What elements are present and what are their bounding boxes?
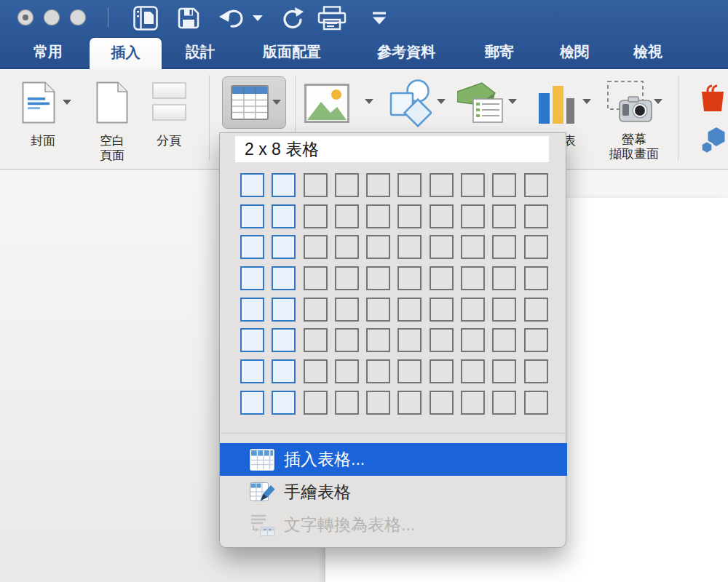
grid-cell[interactable] <box>335 328 359 352</box>
smartart-button[interactable] <box>457 81 504 127</box>
tab-mailings[interactable]: 郵寄 <box>485 36 514 68</box>
grid-cell[interactable] <box>272 328 296 352</box>
menu-item-draw-table[interactable]: 手繪表格 <box>220 476 567 509</box>
grid-cell[interactable] <box>397 391 422 415</box>
grid-cell[interactable] <box>524 359 548 383</box>
grid-cell[interactable] <box>366 391 390 415</box>
grid-cell[interactable] <box>240 235 264 259</box>
page-break-button[interactable] <box>152 82 186 124</box>
chart-caret-icon[interactable] <box>582 99 591 104</box>
tab-references[interactable]: 參考資料 <box>377 36 435 68</box>
grid-cell[interactable] <box>524 298 548 322</box>
grid-cell[interactable] <box>335 204 359 228</box>
blank-page-button[interactable] <box>96 81 128 127</box>
grid-cell[interactable] <box>461 391 485 415</box>
grid-cell[interactable] <box>492 173 516 197</box>
grid-cell[interactable] <box>430 328 454 352</box>
grid-cell[interactable] <box>492 266 516 290</box>
grid-cell[interactable] <box>492 391 516 415</box>
tab-insert[interactable]: 插入 <box>90 38 162 69</box>
undo-menu-button[interactable] <box>252 0 264 36</box>
grid-cell[interactable] <box>461 173 485 197</box>
grid-cell[interactable] <box>366 298 390 322</box>
grid-cell[interactable] <box>461 328 485 352</box>
chart-button[interactable] <box>537 84 578 128</box>
grid-cell[interactable] <box>272 391 296 415</box>
tab-review[interactable]: 檢閱 <box>560 36 589 68</box>
shapes-caret-icon[interactable] <box>437 99 446 104</box>
grid-cell[interactable] <box>304 328 328 352</box>
tab-view[interactable]: 檢視 <box>633 36 662 68</box>
grid-cell[interactable] <box>335 173 359 197</box>
table-button[interactable] <box>222 76 286 129</box>
grid-cell[interactable] <box>240 266 264 290</box>
grid-cell[interactable] <box>366 328 390 352</box>
grid-cell[interactable] <box>461 266 485 290</box>
save-button[interactable] <box>177 0 200 36</box>
grid-cell[interactable] <box>366 235 390 259</box>
addins-button[interactable] <box>699 127 727 159</box>
grid-cell[interactable] <box>397 235 422 259</box>
grid-cell[interactable] <box>430 391 454 415</box>
pictures-caret-icon[interactable] <box>365 99 373 104</box>
pictures-button[interactable] <box>304 84 349 126</box>
grid-cell[interactable] <box>430 266 454 290</box>
grid-cell[interactable] <box>430 173 454 197</box>
redo-button[interactable] <box>280 0 304 36</box>
grid-cell[interactable] <box>272 359 296 383</box>
store-button[interactable] <box>700 84 725 116</box>
grid-cell[interactable] <box>461 204 485 228</box>
grid-cell[interactable] <box>272 204 296 228</box>
grid-cell[interactable] <box>240 391 264 415</box>
grid-cell[interactable] <box>335 298 359 322</box>
grid-cell[interactable] <box>461 298 485 322</box>
grid-cell[interactable] <box>304 235 328 259</box>
grid-cell[interactable] <box>461 235 485 259</box>
grid-cell[interactable] <box>304 173 328 197</box>
tab-layout[interactable]: 版面配置 <box>263 36 321 68</box>
grid-cell[interactable] <box>304 266 328 290</box>
grid-cell[interactable] <box>272 173 296 197</box>
grid-cell[interactable] <box>430 204 454 228</box>
grid-cell[interactable] <box>524 173 548 197</box>
grid-cell[interactable] <box>397 204 422 228</box>
grid-cell[interactable] <box>304 204 328 228</box>
grid-cell[interactable] <box>240 298 264 322</box>
smartart-caret-icon[interactable] <box>508 99 517 104</box>
grid-cell[interactable] <box>240 173 264 197</box>
tab-home[interactable]: 常用 <box>33 36 63 68</box>
tab-design[interactable]: 設計 <box>186 36 215 68</box>
cover-page-button[interactable] <box>22 81 55 127</box>
grid-cell[interactable] <box>524 204 548 228</box>
grid-cell[interactable] <box>272 235 296 259</box>
grid-cell[interactable] <box>492 298 516 322</box>
grid-cell[interactable] <box>304 298 328 322</box>
grid-cell[interactable] <box>461 359 485 383</box>
grid-cell[interactable] <box>492 328 516 352</box>
grid-cell[interactable] <box>335 359 359 383</box>
grid-cell[interactable] <box>335 391 359 415</box>
grid-cell[interactable] <box>335 266 359 290</box>
zoom-button[interactable] <box>70 9 86 25</box>
grid-cell[interactable] <box>272 266 296 290</box>
grid-cell[interactable] <box>366 173 390 197</box>
grid-cell[interactable] <box>335 235 359 259</box>
grid-cell[interactable] <box>366 359 390 383</box>
grid-cell[interactable] <box>304 391 328 415</box>
new-document-button[interactable] <box>133 0 158 36</box>
grid-cell[interactable] <box>397 359 422 383</box>
grid-cell[interactable] <box>492 204 516 228</box>
grid-cell[interactable] <box>524 235 548 259</box>
screenshot-caret-icon[interactable] <box>654 99 662 104</box>
grid-cell[interactable] <box>524 328 548 352</box>
grid-cell[interactable] <box>240 328 264 352</box>
menu-item-insert-table[interactable]: 插入表格... <box>220 443 567 476</box>
grid-cell[interactable] <box>524 391 548 415</box>
grid-cell[interactable] <box>524 266 548 290</box>
grid-cell[interactable] <box>240 359 264 383</box>
grid-cell[interactable] <box>397 328 422 352</box>
grid-cell[interactable] <box>430 359 454 383</box>
grid-cell[interactable] <box>397 173 422 197</box>
grid-cell[interactable] <box>430 298 454 322</box>
close-button[interactable] <box>17 9 33 25</box>
